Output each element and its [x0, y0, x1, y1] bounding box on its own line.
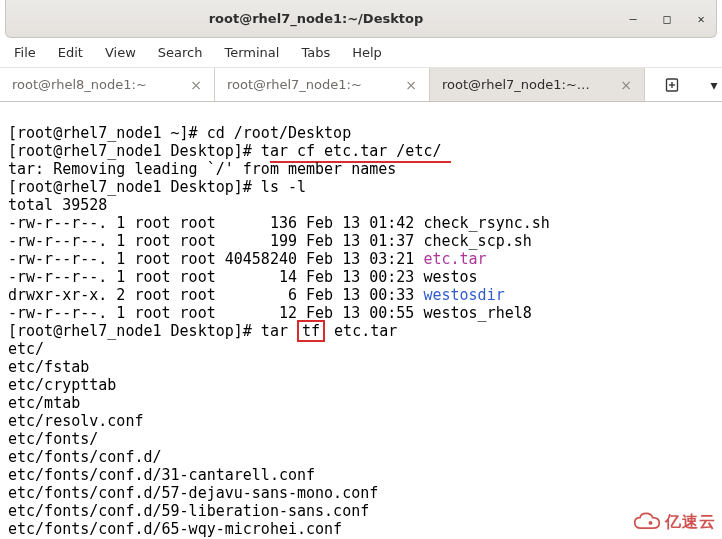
- term-line: etc/fonts/conf.d/: [8, 448, 162, 466]
- tab-2-label: root@rhel7_node1:~: [227, 77, 397, 92]
- window-title: root@rhel7_node1:~/Desktop: [209, 11, 424, 26]
- menu-terminal[interactable]: Terminal: [224, 45, 279, 60]
- term-line: etc/fonts/: [8, 430, 98, 448]
- term-line: etc/: [8, 340, 44, 358]
- tab-3-close-icon[interactable]: ×: [620, 77, 632, 93]
- watermark: 亿速云: [633, 511, 716, 533]
- new-tab-icon[interactable]: [663, 77, 681, 93]
- minimize-button[interactable]: —: [626, 12, 640, 26]
- highlight-red-box: tf: [297, 320, 325, 342]
- menu-file[interactable]: File: [14, 45, 36, 60]
- menu-view[interactable]: View: [105, 45, 136, 60]
- term-line: etc/fstab: [8, 358, 89, 376]
- term-line: etc/resolv.conf: [8, 412, 143, 430]
- menu-edit[interactable]: Edit: [58, 45, 83, 60]
- term-line: etc/fonts/conf.d/57-dejavu-sans-mono.con…: [8, 484, 378, 502]
- terminal-output[interactable]: [root@rhel7_node1 ~]# cd /root/Desktop […: [0, 102, 722, 539]
- file-etc-tar: etc.tar: [423, 250, 486, 268]
- maximize-button[interactable]: □: [660, 12, 674, 26]
- term-line: etc/crypttab: [8, 376, 116, 394]
- term-line: etc.tar: [325, 322, 397, 340]
- svg-point-3: [649, 521, 653, 525]
- watermark-text: 亿速云: [665, 512, 716, 533]
- tab-2[interactable]: root@rhel7_node1:~ ×: [215, 68, 430, 101]
- term-line: [root@rhel7_node1 ~]# cd /root/Desktop: [8, 124, 351, 142]
- term-line: [root@rhel7_node1 Desktop]# ls -l: [8, 178, 306, 196]
- menu-tabs[interactable]: Tabs: [301, 45, 330, 60]
- term-line: -rw-r--r--. 1 root root 14 Feb 13 00:23 …: [8, 268, 478, 286]
- menubar: File Edit View Search Terminal Tabs Help: [0, 38, 722, 68]
- term-line: [root@rhel7_node1 Desktop]# t: [8, 142, 270, 160]
- tab-3[interactable]: root@rhel7_node1:~… ×: [430, 68, 645, 101]
- tab-1[interactable]: root@rhel8_node1:~ ×: [0, 68, 215, 101]
- tab-1-label: root@rhel8_node1:~: [12, 77, 182, 92]
- tab-2-close-icon[interactable]: ×: [405, 77, 417, 93]
- term-line: drwxr-xr-x. 2 root root 6 Feb 13 00:33: [8, 286, 423, 304]
- tabs-menu-icon[interactable]: ▾: [705, 77, 722, 93]
- term-line: total 39528: [8, 196, 107, 214]
- term-line: etc/fonts/conf.d/59-liberation-sans.conf: [8, 502, 369, 520]
- term-line: -rw-r--r--. 1 root root 136 Feb 13 01:42…: [8, 214, 550, 232]
- term-line: [root@rhel7_node1 Desktop]# tar: [8, 322, 297, 340]
- dir-westosdir: westosdir: [423, 286, 504, 304]
- menu-search[interactable]: Search: [158, 45, 203, 60]
- tab-3-label: root@rhel7_node1:~…: [442, 77, 612, 92]
- term-line: tar: Removing leading `/' from member na…: [8, 160, 396, 178]
- titlebar: root@rhel7_node1:~/Desktop — □ ✕: [5, 0, 717, 38]
- cloud-icon: [633, 511, 661, 533]
- close-button[interactable]: ✕: [694, 12, 708, 26]
- term-line: -rw-r--r--. 1 root root 199 Feb 13 01:37…: [8, 232, 532, 250]
- term-line: -rw-r--r--. 1 root root 40458240 Feb 13 …: [8, 250, 423, 268]
- term-line: etc/fonts/conf.d/65-wqy-microhei.conf: [8, 520, 342, 538]
- term-line: -rw-r--r--. 1 root root 12 Feb 13 00:55 …: [8, 304, 532, 322]
- tab-bar: root@rhel8_node1:~ × root@rhel7_node1:~ …: [0, 68, 722, 102]
- term-line: etc/mtab: [8, 394, 80, 412]
- tab-1-close-icon[interactable]: ×: [190, 77, 202, 93]
- menu-help[interactable]: Help: [352, 45, 382, 60]
- term-line: etc/fonts/conf.d/31-cantarell.conf: [8, 466, 315, 484]
